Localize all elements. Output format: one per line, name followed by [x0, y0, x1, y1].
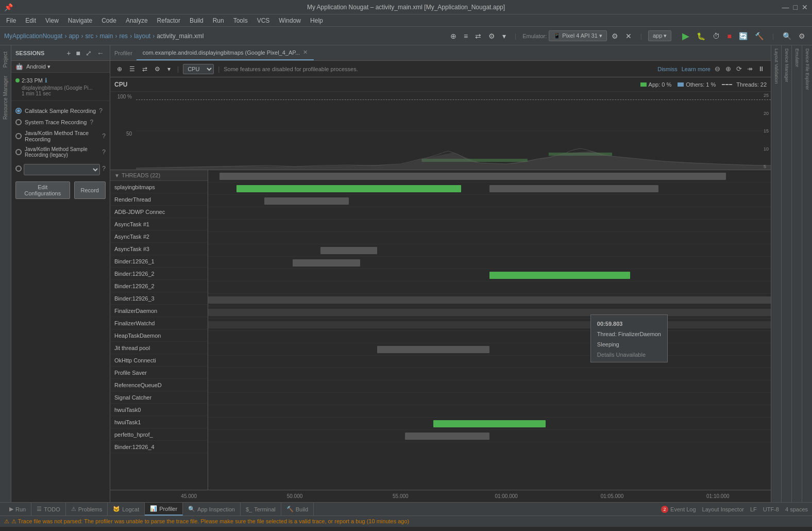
- breadcrumb-main[interactable]: main: [99, 32, 113, 40]
- profile-button[interactable]: ⏱: [710, 30, 722, 42]
- thread-item-13[interactable]: Jit thread pool: [110, 342, 208, 354]
- settings3-icon[interactable]: ⚙: [152, 64, 163, 74]
- run-button[interactable]: ▶: [680, 29, 692, 43]
- thread-item-6[interactable]: Binder:12926_1: [110, 255, 208, 268]
- search-button[interactable]: 🔍: [780, 30, 794, 42]
- more-icon[interactable]: ▾: [500, 30, 509, 42]
- utf-indicator[interactable]: UTF-8: [763, 506, 779, 512]
- diff-icon[interactable]: ⇄: [472, 30, 484, 42]
- breadcrumb-app-name[interactable]: MyApplicationNougat: [4, 32, 62, 40]
- event-log-link[interactable]: 2 Event Log: [661, 506, 696, 513]
- list-icon[interactable]: ≡: [461, 30, 470, 42]
- thread-item-8[interactable]: Binder:12926_2: [110, 280, 208, 292]
- thread-item-17[interactable]: Signal Catcher: [110, 391, 208, 404]
- thread-item-10[interactable]: FinalizerDaemon: [110, 305, 208, 317]
- menu-build[interactable]: Build: [185, 16, 208, 25]
- dismiss-link[interactable]: Dismiss: [657, 66, 678, 72]
- menu-run[interactable]: Run: [209, 16, 228, 25]
- menu-refactor[interactable]: Refactor: [153, 16, 184, 25]
- goto-icon[interactable]: ⊕: [114, 64, 125, 74]
- breadcrumb-layout[interactable]: layout: [134, 32, 150, 40]
- cpu-selector[interactable]: CPU: [183, 64, 214, 74]
- menu-help[interactable]: Help: [306, 16, 327, 25]
- menu-vcs[interactable]: VCS: [253, 16, 274, 25]
- edit-configurations-button[interactable]: Edit Configurations: [15, 181, 70, 199]
- goto-end-icon[interactable]: ↠: [745, 64, 755, 74]
- thread-item-4[interactable]: AsyncTask #2: [110, 230, 208, 243]
- breadcrumb-file[interactable]: activity_main.xml: [157, 32, 204, 40]
- resource-manager-label[interactable]: Resource Manager: [3, 72, 8, 124]
- menu-file[interactable]: File: [2, 16, 20, 25]
- zoom-in-icon[interactable]: ⊕: [723, 64, 733, 74]
- gear-button[interactable]: ⚙: [796, 30, 808, 42]
- list2-icon[interactable]: ☰: [127, 64, 138, 74]
- menu-code[interactable]: Code: [97, 16, 121, 25]
- tab-close-icon[interactable]: ✕: [303, 49, 308, 56]
- java-method-sample-help-icon[interactable]: ?: [102, 148, 106, 156]
- pin-btn[interactable]: 📌: [4, 3, 13, 11]
- tab-logcat[interactable]: 🐱 Logcat: [108, 503, 145, 516]
- layout-validation-label[interactable]: Layout Validation: [773, 45, 780, 87]
- breadcrumb-app[interactable]: app: [69, 32, 79, 40]
- make-button[interactable]: 🔨: [752, 30, 766, 42]
- system-trace-help-icon[interactable]: ?: [90, 119, 93, 126]
- menu-view[interactable]: View: [41, 16, 63, 25]
- radio-java-method-trace[interactable]: Java/Kotlin Method Trace Recording ?: [15, 128, 106, 144]
- switch-icon[interactable]: ⇄: [140, 64, 150, 74]
- custom-help-icon[interactable]: ?: [102, 165, 106, 172]
- device-selector[interactable]: 📱 Pixel 4 API 31 ▾: [549, 30, 607, 41]
- project-label[interactable]: Project: [3, 47, 8, 72]
- java-method-trace-help-icon[interactable]: ?: [102, 132, 106, 140]
- callstack-help-icon[interactable]: ?: [99, 107, 103, 114]
- thread-item-1[interactable]: RenderThread: [110, 193, 208, 206]
- thread-item-14[interactable]: OkHttp Connecti: [110, 354, 208, 367]
- thread-item-0[interactable]: splayingbitmaps: [110, 181, 208, 193]
- thread-item-19[interactable]: hwuiTask1: [110, 416, 208, 428]
- radio-java-method-sample[interactable]: Java/Kotlin Method Sample Recording (leg…: [15, 144, 106, 160]
- tab-profiler[interactable]: 📊 Profiler: [145, 503, 183, 516]
- window-min[interactable]: —: [782, 3, 789, 11]
- lf-indicator[interactable]: LF: [750, 506, 757, 512]
- tab-terminal[interactable]: $_ Terminal: [241, 503, 281, 516]
- device-file-explorer-label[interactable]: Device File Explorer: [804, 45, 811, 93]
- thread-item-16[interactable]: ReferenceQueueD: [110, 379, 208, 391]
- rebuild-button[interactable]: 🔄: [736, 30, 750, 42]
- learn-more-link[interactable]: Learn more: [682, 66, 711, 72]
- breadcrumb-src[interactable]: src: [85, 32, 93, 40]
- radio-callstack[interactable]: Callstack Sample Recording ?: [15, 105, 106, 117]
- tab-build[interactable]: 🔨 Build: [281, 503, 314, 516]
- threads-timeline[interactable]: 00:59.803 Thread: FinalizerDaemon Sleepi…: [208, 170, 771, 490]
- tab-todo[interactable]: ☰ TODO: [31, 503, 66, 516]
- record-button[interactable]: Record: [74, 181, 106, 199]
- close2-icon[interactable]: ✕: [623, 30, 634, 42]
- threads-header[interactable]: ▼ THREADS (22): [110, 170, 208, 181]
- menu-navigate[interactable]: Navigate: [64, 16, 96, 25]
- layout-inspector-link[interactable]: Layout Inspector: [702, 506, 744, 512]
- stop-button[interactable]: ■: [724, 30, 734, 42]
- thread-item-9[interactable]: Binder:12926_3: [110, 292, 208, 305]
- radio-system-trace[interactable]: System Trace Recording ?: [15, 117, 106, 128]
- tab-run[interactable]: ▶ Run: [4, 503, 31, 516]
- spaces-indicator[interactable]: 4 spaces: [785, 506, 808, 512]
- settings-icon[interactable]: ⚙: [486, 30, 498, 42]
- breadcrumb-res[interactable]: res: [119, 32, 128, 40]
- tab-file[interactable]: com.example.android.displayingbitmaps (G…: [137, 45, 314, 60]
- reset-zoom-icon[interactable]: ⟳: [734, 64, 744, 74]
- app-selector[interactable]: app ▾: [648, 30, 671, 41]
- custom-config-select[interactable]: [24, 164, 100, 175]
- thread-item-20[interactable]: perfetto_hprof_: [110, 428, 208, 441]
- more2-icon[interactable]: ▾: [165, 64, 173, 74]
- stop-session-button[interactable]: ■: [75, 48, 82, 58]
- session-item[interactable]: 2:33 PM ℹ displayingbitmaps (Google Pi..…: [11, 73, 110, 101]
- debug-button[interactable]: 🐛: [694, 30, 708, 42]
- emulator-label[interactable]: Emulator: [793, 45, 801, 70]
- thread-item-21[interactable]: Binder:12926_4: [110, 441, 208, 453]
- target-icon[interactable]: ⊕: [448, 30, 459, 42]
- zoom-out-icon[interactable]: ⊖: [713, 64, 722, 74]
- thread-item-18[interactable]: hwuiTask0: [110, 404, 208, 416]
- back-button[interactable]: ←: [95, 48, 106, 58]
- tab-app-inspection[interactable]: 🔍 App Inspection: [183, 503, 241, 516]
- device-manager-label[interactable]: Device Manager: [783, 45, 790, 86]
- menu-window[interactable]: Window: [275, 16, 305, 25]
- thread-item-7[interactable]: Binder:12926_2: [110, 268, 208, 280]
